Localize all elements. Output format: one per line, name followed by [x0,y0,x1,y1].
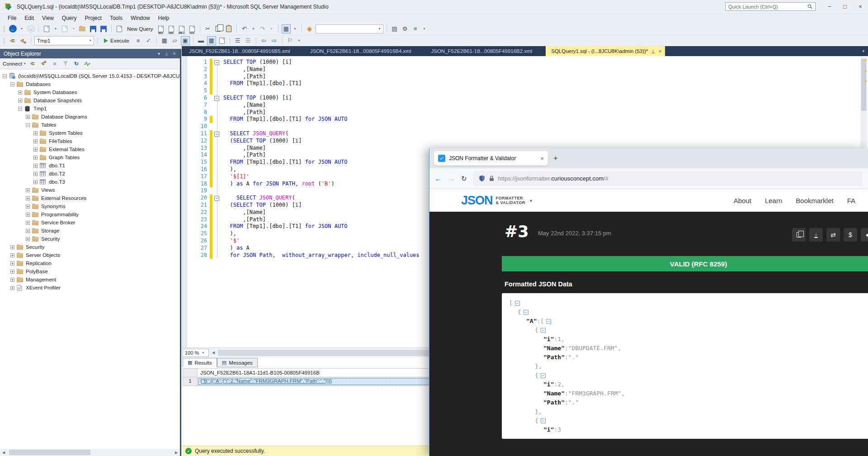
expand-icon[interactable]: + [26,188,30,192]
stop-icon[interactable]: ■ [51,60,58,67]
tree-item-dbo-t3[interactable]: +dbo.T3 [0,178,180,186]
tree-item-polybase[interactable]: +PolyBase [0,267,180,276]
tree-item-management[interactable]: +Management [0,276,180,284]
execute-button[interactable]: Execute [101,36,132,45]
tree-item-dbo-t1[interactable]: +dbo.T1 [0,162,180,170]
more-icon[interactable]: ● [861,228,868,242]
tree-item-graph-tables[interactable]: +Graph Tables [0,153,180,162]
expand-icon[interactable]: + [33,147,38,152]
collapse-icon[interactable]: − [541,373,546,378]
results-tab-messages[interactable]: ▤Messages [217,358,258,367]
new-tab-icon[interactable]: + [553,154,558,163]
tree-item-tables[interactable]: −Tables [0,121,180,129]
window-position-icon[interactable]: ▾ [155,51,163,56]
donate-icon[interactable]: $ [844,228,857,242]
close-tab-icon[interactable]: × [540,155,544,162]
minimize-button[interactable]: − [822,1,837,12]
collapse-icon[interactable]: − [546,319,551,324]
expand-icon[interactable]: + [18,99,22,103]
collapse-icon[interactable]: − [3,74,7,78]
nav-link-bookmarklet[interactable]: Bookmarklet [796,197,833,204]
navigate-back-dropdown-icon[interactable]: ▾ [19,24,25,33]
collapse-icon[interactable]: − [515,301,520,306]
scroll-left-icon[interactable]: ◀ [0,449,7,456]
toolbar-options-icon[interactable]: ▾ [296,36,302,45]
logo-dropdown-icon[interactable]: ▾ [530,198,532,203]
tree-item-storage[interactable]: +Storage [0,227,180,235]
collapse-icon[interactable]: − [214,132,219,137]
document-tab-4[interactable]: SQLQuery1.sql - (l...8JCU8K\admin (53))*… [546,46,665,56]
expand-icon[interactable]: + [10,270,14,274]
expand-icon[interactable]: + [33,164,38,168]
tree-item-security[interactable]: +Security [0,243,180,251]
tree-item-databases[interactable]: −Databases [0,80,180,88]
save-icon[interactable] [89,24,98,33]
parse-icon[interactable]: ✓ [144,36,153,45]
undo-dropdown-icon[interactable]: ▾ [250,24,257,33]
collapse-icon[interactable]: − [214,60,219,65]
mdx-query-icon[interactable]: MDX [156,24,165,33]
lock-icon[interactable] [489,176,494,181]
menu-item-file[interactable]: File [4,14,20,23]
expand-icon[interactable]: + [33,156,38,160]
tree-item-database-snapshots[interactable]: +Database Snapshots [0,96,180,104]
tree-item-database-diagrams[interactable]: +Database Diagrams [0,113,180,121]
scrollbar-thumb[interactable] [9,450,90,455]
tree-item-external-tables[interactable]: +External Tables [0,145,180,153]
tree-item-programmability[interactable]: +Programmability [0,210,180,218]
results-to-text-icon[interactable]: ▬ [197,36,206,45]
tree-item-dbo-t2[interactable]: +dbo.T2 [0,170,180,178]
estimated-plan-icon[interactable]: ▦ [160,36,169,45]
grid-corner-cell[interactable] [183,368,198,377]
tree-item-xevent-profiler[interactable]: +XEvent Profiler [0,284,180,292]
zoom-combobox[interactable]: 100 % ▾ [183,349,209,357]
expand-icon[interactable]: + [26,196,30,200]
scroll-right-icon[interactable]: ▶ [173,449,180,456]
options-gear-icon[interactable]: ⚙ [401,24,410,33]
browser-reload-icon[interactable]: ↻ [461,175,467,183]
shield-icon[interactable] [479,175,485,182]
formatted-json-box[interactable]: [−{−"A":[−{−"i":1,"Name":"DBUPDATE.FRM",… [502,293,868,439]
tree-item-security[interactable]: +Security [0,235,180,243]
document-tab-1[interactable]: JSON_F52E2B61-18...00805F49916B5.xml [183,46,297,56]
toolbar-grip[interactable] [3,25,5,33]
expand-icon[interactable]: + [26,229,30,233]
menu-item-project[interactable]: Project [81,14,106,23]
expand-icon[interactable]: + [33,131,38,135]
new-file-dropdown-icon[interactable]: ▾ [52,24,59,33]
expand-icon[interactable]: + [10,286,14,290]
toolbar-grip[interactable] [3,37,5,44]
tab-list-dropdown-icon[interactable]: ▾ [862,49,864,53]
refresh-icon[interactable]: ↻ [73,60,80,67]
execution-plan-icon[interactable]: ▦ [282,24,291,33]
site-logo[interactable]: JSON [461,194,493,208]
tree-item-synonyms[interactable]: +Synonyms [0,202,180,210]
expand-icon[interactable]: + [26,221,30,225]
expand-icon[interactable]: + [33,172,38,176]
maximize-button[interactable]: □ [837,1,853,12]
browser-forward-icon[interactable]: → [448,175,455,182]
plan-dropdown-icon[interactable]: ▾ [292,24,298,33]
expand-icon[interactable]: + [26,237,30,241]
pin-icon[interactable]: ⊣ [651,48,656,54]
results-to-file-icon[interactable] [217,36,226,45]
activity-monitor-icon[interactable] [84,60,91,67]
collapse-icon[interactable]: − [26,123,30,127]
expand-icon[interactable]: + [10,245,14,249]
navigate-back-icon[interactable]: ← [8,24,17,33]
menu-item-view[interactable]: View [38,14,58,23]
decrease-indent-icon[interactable]: ⇦ [259,36,269,45]
filter-icon[interactable] [62,60,69,67]
expand-icon[interactable]: + [33,139,38,143]
expand-icon[interactable]: + [10,253,14,257]
live-stats-icon[interactable]: ▱ [170,36,179,45]
nav-link-fa[interactable]: FA [847,197,855,204]
new-query-icon[interactable] [115,24,124,33]
expand-icon[interactable]: + [18,90,22,95]
properties-window-icon[interactable]: ▤ [390,24,399,33]
comment-out-icon[interactable]: ☰ [233,36,242,45]
expand-icon[interactable]: + [26,213,30,217]
quick-launch-input[interactable]: Quick Launch (Ctrl+Q) [725,2,816,11]
connect-db-icon[interactable] [8,36,17,45]
expand-icon[interactable]: + [10,261,14,266]
